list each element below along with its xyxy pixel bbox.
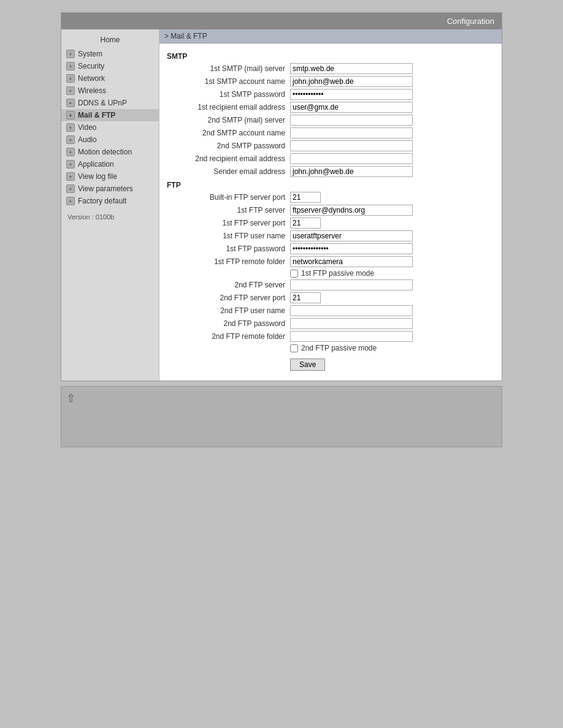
content-area: Home + System + Security + Network + Wir…	[61, 29, 502, 381]
version-text: Version : 0100b	[61, 207, 159, 223]
input-smtp2-account[interactable]	[290, 127, 413, 138]
sidebar-item-wireless[interactable]: + Wireless	[61, 85, 159, 97]
form-row-ftp1-user: 1st FTP user name	[167, 230, 494, 241]
input-smtp1-server[interactable]	[290, 63, 413, 74]
bottom-panel: ⇧	[61, 386, 502, 447]
form-row-ftp1-password: 1st FTP password	[167, 243, 494, 254]
label-ftp1-port: 1st FTP server port	[177, 219, 290, 227]
label-ftp2-folder: 2nd FTP remote folder	[177, 332, 290, 341]
label-smtp2-password: 2nd SMTP password	[177, 142, 290, 150]
input-ftp1-user[interactable]	[290, 230, 413, 241]
form-row-smtp1-password: 1st SMTP password	[167, 89, 494, 100]
form-area: SMTP 1st SMTP (mail) server 1st SMTP acc…	[159, 44, 502, 381]
input-recipient2[interactable]	[290, 153, 413, 164]
form-row-ftp2-port: 2nd FTP server port	[167, 292, 494, 303]
expand-icon: +	[66, 111, 75, 119]
sidebar-item-mail-ftp[interactable]: + Mail & FTP	[61, 109, 159, 121]
sidebar-item-view-log[interactable]: + View log file	[61, 170, 159, 183]
sidebar-item-security[interactable]: + Security	[61, 60, 159, 72]
form-row-builtin-port: Built-in FTP server port	[167, 192, 494, 203]
ftp-section-title: FTP	[167, 181, 494, 189]
sidebar-item-ddns[interactable]: + DDNS & UPnP	[61, 97, 159, 109]
form-row-ftp2-server: 2nd FTP server	[167, 279, 494, 290]
expand-icon: +	[66, 74, 75, 83]
breadcrumb: > Mail & FTP	[159, 29, 502, 44]
expand-icon: +	[66, 184, 75, 193]
sidebar-item-motion[interactable]: + Motion detection	[61, 146, 159, 158]
label-recipient1: 1st recipient email address	[177, 103, 290, 112]
main-panel: Configuration Home + System + Security +	[61, 12, 502, 381]
form-row-recipient2: 2nd recipient email address	[167, 153, 494, 164]
form-row-recipient1: 1st recipient email address	[167, 102, 494, 113]
form-row-ftp1-port: 1st FTP server port	[167, 218, 494, 229]
sidebar-item-view-params[interactable]: + View parameters	[61, 183, 159, 195]
form-row-ftp1-folder: 1st FTP remote folder	[167, 256, 494, 267]
label-ftp2-port: 2nd FTP server port	[177, 294, 290, 302]
input-ftp1-port[interactable]	[290, 218, 321, 229]
form-row-smtp2-account: 2nd SMTP account name	[167, 127, 494, 138]
expand-icon: +	[66, 172, 75, 181]
label-ftp2-password: 2nd FTP password	[177, 319, 290, 328]
sidebar-item-video[interactable]: + Video	[61, 121, 159, 134]
checkbox-row-ftp2-passive: 2nd FTP passive mode	[167, 344, 494, 352]
label-smtp1-password: 1st SMTP password	[177, 90, 290, 99]
label-smtp1-server: 1st SMTP (mail) server	[177, 64, 290, 73]
expand-icon: +	[66, 123, 75, 132]
expand-icon: +	[66, 62, 75, 70]
form-row-ftp2-user: 2nd FTP user name	[167, 305, 494, 316]
sidebar-item-audio[interactable]: + Audio	[61, 134, 159, 146]
input-smtp2-password[interactable]	[290, 140, 413, 151]
form-row-smtp1-server: 1st SMTP (mail) server	[167, 63, 494, 74]
input-ftp1-server[interactable]	[290, 205, 413, 216]
input-smtp2-server[interactable]	[290, 115, 413, 126]
save-button[interactable]: Save	[290, 358, 325, 371]
save-row: Save	[167, 358, 494, 371]
input-sender[interactable]	[290, 166, 413, 177]
label-ftp1-passive: 1st FTP passive mode	[301, 269, 374, 278]
input-ftp2-server[interactable]	[290, 279, 413, 290]
label-ftp2-user: 2nd FTP user name	[177, 306, 290, 315]
sidebar-item-factory-default[interactable]: + Factory default	[61, 195, 159, 207]
checkbox-row-ftp1-passive: 1st FTP passive mode	[167, 269, 494, 278]
label-ftp1-server: 1st FTP server	[177, 206, 290, 214]
input-ftp1-password[interactable]	[290, 243, 413, 254]
input-ftp2-port[interactable]	[290, 292, 321, 303]
input-ftp2-folder[interactable]	[290, 331, 413, 342]
form-row-ftp2-folder: 2nd FTP remote folder	[167, 331, 494, 342]
input-ftp1-folder[interactable]	[290, 256, 413, 267]
input-smtp1-password[interactable]	[290, 89, 413, 100]
expand-icon: +	[66, 86, 75, 95]
input-recipient1[interactable]	[290, 102, 413, 113]
checkbox-ftp2-passive[interactable]	[290, 344, 298, 352]
sidebar-home[interactable]: Home	[61, 33, 159, 48]
form-row-sender: Sender email address	[167, 166, 494, 177]
label-smtp1-account: 1st SMTP account name	[177, 77, 290, 86]
form-row-smtp2-server: 2nd SMTP (mail) server	[167, 115, 494, 126]
checkbox-ftp1-passive[interactable]	[290, 270, 298, 278]
label-ftp2-passive: 2nd FTP passive mode	[301, 344, 377, 352]
config-header: Configuration	[61, 13, 502, 29]
main-content: > Mail & FTP SMTP 1st SMTP (mail) server…	[159, 29, 502, 381]
label-ftp1-folder: 1st FTP remote folder	[177, 257, 290, 266]
label-ftp1-password: 1st FTP password	[177, 245, 290, 253]
label-ftp2-server: 2nd FTP server	[177, 281, 290, 289]
label-sender: Sender email address	[177, 167, 290, 176]
label-smtp2-server: 2nd SMTP (mail) server	[177, 116, 290, 124]
label-smtp2-account: 2nd SMTP account name	[177, 129, 290, 137]
sidebar-item-application[interactable]: + Application	[61, 158, 159, 170]
input-ftp2-user[interactable]	[290, 305, 413, 316]
sidebar-item-network[interactable]: + Network	[61, 72, 159, 85]
input-smtp1-account[interactable]	[290, 76, 413, 87]
smtp-section-title: SMTP	[167, 52, 494, 61]
form-row-smtp2-password: 2nd SMTP password	[167, 140, 494, 151]
input-ftp2-password[interactable]	[290, 318, 413, 329]
label-ftp1-user: 1st FTP user name	[177, 232, 290, 240]
form-row-ftp1-server: 1st FTP server	[167, 205, 494, 216]
input-builtin-port[interactable]	[290, 192, 321, 203]
sidebar-item-system[interactable]: + System	[61, 48, 159, 60]
label-recipient2: 2nd recipient email address	[177, 154, 290, 163]
expand-icon: +	[66, 135, 75, 144]
form-row-smtp1-account: 1st SMTP account name	[167, 76, 494, 87]
expand-icon: +	[66, 50, 75, 58]
upload-icon: ⇧	[66, 392, 75, 405]
